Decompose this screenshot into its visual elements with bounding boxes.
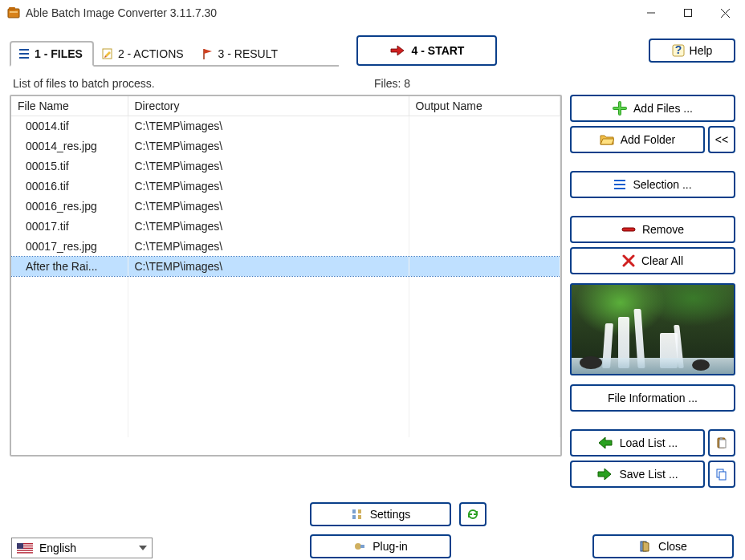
table-row[interactable]: After the Rai...C:\TEMP\images\ [11, 257, 560, 277]
load-list-label: Load List ... [620, 436, 678, 449]
language-selector[interactable]: English [11, 538, 153, 558]
cell-filename: 00015.tif [11, 156, 128, 177]
svg-rect-32 [358, 515, 361, 519]
add-files-label: Add Files ... [633, 102, 693, 115]
svg-rect-21 [719, 472, 726, 480]
file-info-label: File Information ... [608, 392, 698, 404]
tab-files[interactable]: 1 - FILES [10, 41, 94, 67]
edit-icon [101, 47, 114, 60]
image-preview [570, 283, 735, 375]
save-list-button[interactable]: Save List ... [570, 461, 705, 488]
add-files-button[interactable]: Add Files ... [570, 95, 735, 122]
remove-label: Remove [642, 223, 684, 236]
load-list-button[interactable]: Load List ... [570, 429, 705, 457]
table-row-empty [11, 417, 560, 437]
selection-button[interactable]: Selection ... [570, 171, 735, 198]
table-row[interactable]: 00014_res.jpgC:\TEMP\images\ [11, 136, 560, 156]
col-header-filename[interactable]: File Name [11, 96, 128, 116]
window-title: Able Batch Image Converter 3.11.7.30 [26, 6, 633, 19]
help-icon: ? [672, 44, 685, 57]
language-label: English [39, 542, 76, 554]
paste-list-button[interactable] [708, 429, 735, 457]
cell-output [409, 197, 560, 217]
cell-directory: C:\TEMP\images\ [128, 217, 409, 237]
copy-icon [715, 468, 728, 481]
minus-icon [621, 225, 636, 233]
cell-filename: 00017.tif [11, 217, 128, 237]
plugin-icon [353, 540, 366, 553]
start-label: 4 - START [412, 44, 465, 57]
col-header-output[interactable]: Output Name [409, 96, 560, 116]
svg-rect-4 [685, 10, 692, 17]
settings-button[interactable]: Settings [310, 502, 451, 526]
cell-output [409, 156, 560, 177]
help-button[interactable]: ? Help [649, 39, 735, 63]
cell-directory: C:\TEMP\images\ [128, 257, 409, 277]
file-information-button[interactable]: File Information ... [570, 384, 735, 412]
refresh-button[interactable] [459, 502, 486, 526]
table-row[interactable]: 00016_res.jpgC:\TEMP\images\ [11, 197, 560, 217]
chevron-left-double-icon: << [715, 133, 728, 146]
list-header-text: List of files to batch process. [13, 77, 374, 90]
tab-result-label: 3 - RESULT [218, 47, 278, 60]
tab-actions[interactable]: 2 - ACTIONS [94, 42, 194, 65]
selection-lines-icon [613, 179, 626, 190]
plugin-label: Plug-in [372, 540, 408, 553]
add-folder-more-button[interactable]: << [708, 126, 735, 153]
refresh-icon [466, 507, 480, 521]
settings-label: Settings [370, 508, 411, 521]
cell-filename: After the Rai... [11, 257, 128, 277]
cell-output [409, 177, 560, 197]
add-folder-button[interactable]: Add Folder [570, 126, 705, 153]
lines-icon [18, 47, 31, 60]
svg-rect-18 [719, 440, 726, 448]
table-row-empty [11, 277, 560, 297]
copy-list-button[interactable] [708, 461, 735, 488]
tab-actions-label: 2 - ACTIONS [118, 47, 184, 60]
close-button[interactable]: Close [592, 534, 734, 558]
svg-rect-30 [352, 515, 356, 519]
table-row[interactable]: 00017_res.jpgC:\TEMP\images\ [11, 237, 560, 257]
add-folder-label: Add Folder [621, 133, 675, 146]
svg-point-33 [355, 543, 361, 550]
arrow-left-green-icon [597, 436, 613, 449]
tab-files-label: 1 - FILES [35, 47, 83, 60]
table-row[interactable]: 00016.tifC:\TEMP\images\ [11, 177, 560, 197]
svg-rect-19 [720, 437, 723, 440]
close-label: Close [658, 540, 687, 553]
help-label: Help [690, 44, 713, 57]
cell-directory: C:\TEMP\images\ [128, 116, 409, 136]
table-row[interactable]: 00017.tifC:\TEMP\images\ [11, 217, 560, 237]
tab-bar: 1 - FILES 2 - ACTIONS 3 - RESULT [10, 34, 339, 67]
arrow-right-icon [389, 43, 405, 58]
cell-filename: 00017_res.jpg [11, 237, 128, 257]
cell-directory: C:\TEMP\images\ [128, 197, 409, 217]
minimize-button[interactable] [633, 1, 670, 25]
table-row-empty [11, 317, 560, 337]
selection-label: Selection ... [633, 178, 691, 191]
cell-output [409, 217, 560, 237]
cell-output [409, 136, 560, 156]
cell-output [409, 116, 560, 136]
save-list-label: Save List ... [619, 468, 678, 481]
tab-result[interactable]: 3 - RESULT [194, 42, 288, 65]
table-row[interactable]: 00014.tifC:\TEMP\images\ [11, 116, 560, 136]
clear-all-button[interactable]: Clear All [570, 247, 735, 274]
remove-button[interactable]: Remove [570, 216, 735, 243]
plugin-button[interactable]: Plug-in [310, 534, 451, 558]
table-row-empty [11, 397, 560, 417]
x-icon [622, 254, 635, 267]
col-header-directory[interactable]: Directory [128, 96, 409, 116]
settings-icon [351, 508, 364, 521]
start-button[interactable]: 4 - START [356, 35, 497, 66]
maximize-button[interactable] [670, 1, 706, 25]
close-window-button[interactable] [706, 1, 743, 25]
svg-rect-29 [352, 509, 356, 513]
file-table[interactable]: File Name Directory Output Name 00014.ti… [10, 95, 562, 457]
table-row-empty [11, 337, 560, 357]
clear-all-label: Clear All [641, 254, 683, 267]
cell-output [409, 237, 560, 257]
table-row[interactable]: 00015.tifC:\TEMP\images\ [11, 156, 560, 177]
arrow-right-green-icon [596, 468, 613, 481]
svg-text:?: ? [674, 44, 682, 56]
